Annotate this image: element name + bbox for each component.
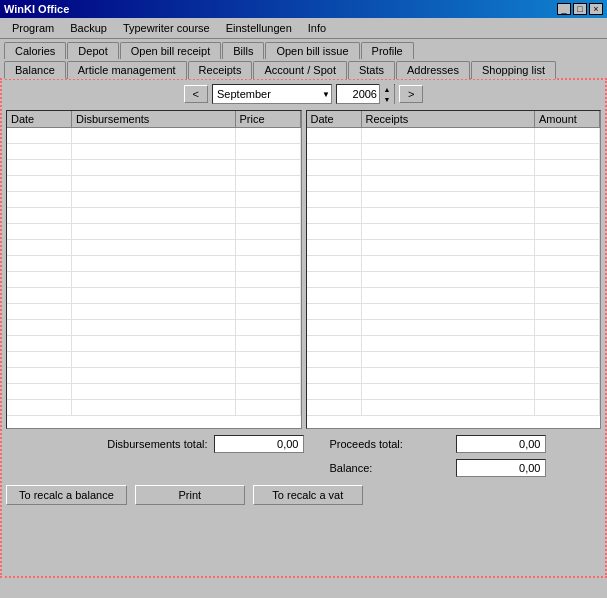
right-table-row[interactable] <box>307 176 601 192</box>
tab-profile[interactable]: Profile <box>361 42 414 59</box>
year-down-button[interactable]: ▼ <box>380 94 394 104</box>
tab-stats[interactable]: Stats <box>348 61 395 79</box>
spinbox-buttons: ▲ ▼ <box>379 84 394 104</box>
left-table-row[interactable] <box>7 144 301 160</box>
right-table-row[interactable] <box>307 304 601 320</box>
right-table: Date Receipts Amount <box>306 110 602 429</box>
left-table-header: Date Disbursements Price <box>7 111 301 128</box>
left-table-row[interactable] <box>7 192 301 208</box>
menu-typewriter[interactable]: Typewriter course <box>115 20 218 36</box>
right-table-row[interactable] <box>307 272 601 288</box>
tabs-row1: Calories Depot Open bill receipt Bills O… <box>0 39 607 58</box>
left-col-date: Date <box>7 111 72 127</box>
tab-bills[interactable]: Bills <box>222 42 264 59</box>
left-col-disbursements: Disbursements <box>72 111 236 127</box>
left-table-body <box>7 128 301 428</box>
right-table-row[interactable] <box>307 400 601 416</box>
right-table-body <box>307 128 601 428</box>
left-table-row[interactable] <box>7 272 301 288</box>
right-table-row[interactable] <box>307 288 601 304</box>
left-table-row[interactable] <box>7 128 301 144</box>
left-col-price: Price <box>236 111 301 127</box>
right-table-row[interactable] <box>307 256 601 272</box>
bottom-buttons: To recalc a balance Print To recalc a va… <box>6 485 601 505</box>
left-table-row[interactable] <box>7 304 301 320</box>
disbursements-total-row: Disbursements total: Proceeds total: <box>6 435 601 453</box>
menu-info[interactable]: Info <box>300 20 334 36</box>
left-table-row[interactable] <box>7 224 301 240</box>
tab-addresses[interactable]: Addresses <box>396 61 470 79</box>
minimize-button[interactable]: _ <box>557 3 571 15</box>
right-table-row[interactable] <box>307 192 601 208</box>
right-table-row[interactable] <box>307 224 601 240</box>
title-bar: WinKI Office _ □ × <box>0 0 607 18</box>
tab-receipts[interactable]: Receipts <box>188 61 253 79</box>
tab-article-management[interactable]: Article management <box>67 61 187 79</box>
year-spinbox: ▲ ▼ <box>336 84 395 104</box>
right-table-header: Date Receipts Amount <box>307 111 601 128</box>
left-table-row[interactable] <box>7 176 301 192</box>
tabs-row2: Balance Article management Receipts Acco… <box>0 58 607 78</box>
prev-month-button[interactable]: < <box>184 85 208 103</box>
right-table-row[interactable] <box>307 128 601 144</box>
balance-row: Balance: <box>6 459 601 477</box>
tab-open-bill-issue[interactable]: Open bill issue <box>265 42 359 59</box>
left-table-row[interactable] <box>7 160 301 176</box>
right-table-row[interactable] <box>307 240 601 256</box>
right-table-row[interactable] <box>307 352 601 368</box>
year-input[interactable] <box>337 87 379 101</box>
right-col-receipts: Receipts <box>362 111 536 127</box>
right-table-row[interactable] <box>307 144 601 160</box>
year-up-button[interactable]: ▲ <box>380 84 394 94</box>
left-table-row[interactable] <box>7 336 301 352</box>
title-bar-buttons: _ □ × <box>557 3 603 15</box>
right-table-row[interactable] <box>307 384 601 400</box>
disbursements-total-label: Disbursements total: <box>88 438 208 450</box>
next-month-button[interactable]: > <box>399 85 423 103</box>
print-button[interactable]: Print <box>135 485 245 505</box>
left-table: Date Disbursements Price <box>6 110 302 429</box>
left-table-row[interactable] <box>7 288 301 304</box>
right-table-row[interactable] <box>307 368 601 384</box>
balance-label: Balance: <box>330 462 450 474</box>
close-button[interactable]: × <box>589 3 603 15</box>
left-table-row[interactable] <box>7 240 301 256</box>
menu-program[interactable]: Program <box>4 20 62 36</box>
tables-container: Date Disbursements Price Date Receipts A… <box>6 110 601 429</box>
recalc-balance-button[interactable]: To recalc a balance <box>6 485 127 505</box>
left-table-row[interactable] <box>7 368 301 384</box>
tab-depot[interactable]: Depot <box>67 42 118 59</box>
menu-bar: Program Backup Typewriter course Einstel… <box>0 18 607 39</box>
recalc-vat-button[interactable]: To recalc a vat <box>253 485 363 505</box>
right-table-row[interactable] <box>307 208 601 224</box>
tab-open-bill-receipt[interactable]: Open bill receipt <box>120 42 222 59</box>
main-content: < January February March April May June … <box>0 78 607 578</box>
month-select[interactable]: January February March April May June Ju… <box>212 84 332 104</box>
left-table-row[interactable] <box>7 400 301 416</box>
left-table-row[interactable] <box>7 208 301 224</box>
right-table-row[interactable] <box>307 160 601 176</box>
balance-value <box>456 459 546 477</box>
tab-balance[interactable]: Balance <box>4 61 66 79</box>
right-col-amount: Amount <box>535 111 600 127</box>
month-select-wrapper: January February March April May June Ju… <box>212 84 332 104</box>
right-col-date: Date <box>307 111 362 127</box>
right-table-row[interactable] <box>307 320 601 336</box>
tab-shopping-list[interactable]: Shopping list <box>471 61 556 79</box>
proceeds-total-label: Proceeds total: <box>330 438 450 450</box>
tab-account-spot[interactable]: Account / Spot <box>253 61 347 79</box>
proceeds-total-value <box>456 435 546 453</box>
maximize-button[interactable]: □ <box>573 3 587 15</box>
right-table-row[interactable] <box>307 336 601 352</box>
left-table-row[interactable] <box>7 320 301 336</box>
left-table-row[interactable] <box>7 256 301 272</box>
left-table-row[interactable] <box>7 352 301 368</box>
menu-einstellungen[interactable]: Einstellungen <box>218 20 300 36</box>
controls-row: < January February March April May June … <box>6 84 601 104</box>
menu-backup[interactable]: Backup <box>62 20 115 36</box>
left-table-row[interactable] <box>7 384 301 400</box>
tab-calories[interactable]: Calories <box>4 42 66 59</box>
disbursements-total-value <box>214 435 304 453</box>
window-title: WinKI Office <box>4 3 69 15</box>
